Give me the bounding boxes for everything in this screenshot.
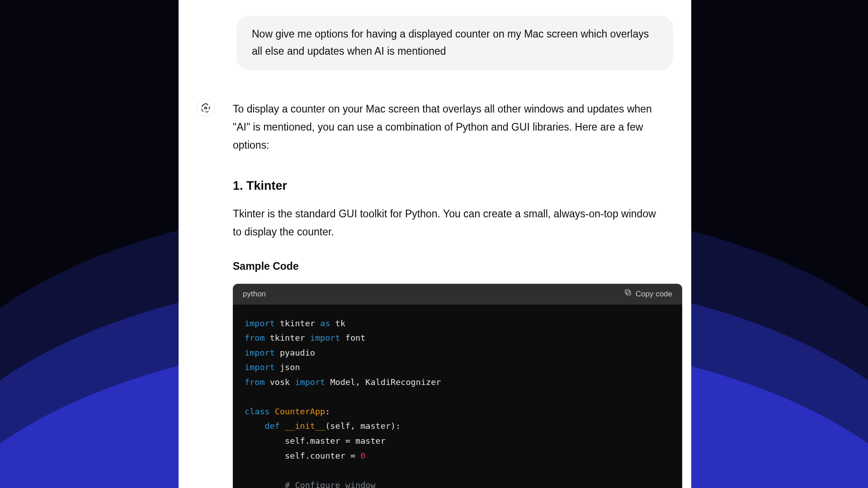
tkinter-description: Tkinter is the standard GUI toolkit for … bbox=[233, 205, 667, 241]
assistant-content: To display a counter on your Mac screen … bbox=[233, 100, 667, 488]
code-header: python Copy code bbox=[233, 284, 682, 305]
assistant-message: To display a counter on your Mac screen … bbox=[233, 100, 673, 488]
copy-icon bbox=[624, 287, 632, 301]
svg-rect-2 bbox=[625, 290, 629, 294]
assistant-avatar-icon bbox=[197, 99, 215, 117]
user-message: Now give me options for having a display… bbox=[236, 16, 673, 70]
assistant-intro-paragraph: To display a counter on your Mac screen … bbox=[233, 100, 667, 155]
code-block: python Copy code import tkinter as tk fr… bbox=[233, 284, 682, 488]
code-language-label: python bbox=[243, 287, 266, 301]
svg-rect-1 bbox=[627, 291, 631, 295]
copy-code-label: Copy code bbox=[636, 287, 672, 301]
chat-scroll[interactable]: Now give me options for having a display… bbox=[179, 0, 691, 488]
code-content[interactable]: import tkinter as tk from tkinter import… bbox=[233, 305, 682, 488]
copy-code-button[interactable]: Copy code bbox=[624, 287, 672, 301]
svg-point-0 bbox=[205, 107, 207, 109]
chat-window: Now give me options for having a display… bbox=[179, 0, 691, 488]
section-heading-tkinter: 1. Tkinter bbox=[233, 175, 667, 197]
sample-code-heading: Sample Code bbox=[233, 257, 667, 275]
